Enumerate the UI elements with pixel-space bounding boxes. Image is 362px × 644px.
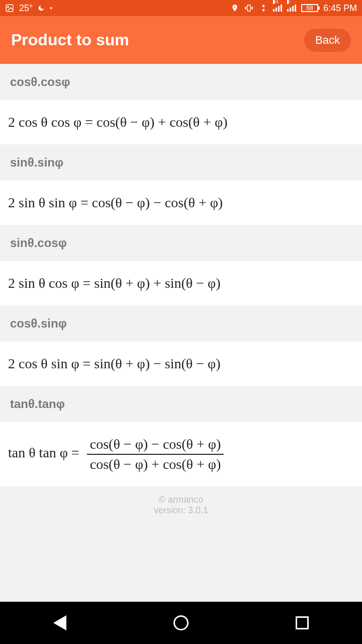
footer: © armanco version: 3.0.1: [0, 487, 362, 536]
fraction-numerator: cos(θ − φ) − cos(θ + φ): [87, 436, 224, 455]
wifi-dir-icon: [259, 4, 268, 13]
status-left: 25° •: [5, 3, 52, 14]
section-label: cosθ.cosφ: [0, 64, 362, 100]
formula-sinsin: 2 sin θ sin φ = cos(θ − φ) − cos(θ + φ): [0, 181, 362, 225]
formula-text: 2 sin θ cos φ = sin(θ + φ) + sin(θ − φ): [8, 275, 221, 291]
clock: 6:45 PM: [323, 3, 357, 14]
svg-rect-2: [247, 5, 250, 11]
location-icon: [231, 4, 239, 12]
formula-sincos: 2 sin θ cos φ = sin(θ + φ) + sin(θ − φ): [0, 261, 362, 305]
triangle-icon: [53, 615, 66, 630]
nav-recent-button[interactable]: [296, 616, 309, 629]
formula-coscos: 2 cos θ cos φ = cos(θ − φ) + cos(θ + φ): [0, 100, 362, 144]
screen: 25° • 3G G 68: [0, 0, 362, 644]
signal1-icon: 3G: [273, 5, 282, 12]
nav-back-button[interactable]: [53, 615, 66, 630]
back-button[interactable]: Back: [304, 29, 351, 52]
formula-text: 2 cos θ cos φ = cos(θ − φ) + cos(θ + φ): [8, 114, 227, 130]
status-bar: 25° • 3G G 68: [0, 0, 362, 16]
fraction-denominator: cos(θ − φ) + cos(θ + φ): [87, 455, 224, 472]
section-label: cosθ.sinφ: [0, 305, 362, 342]
formula-text: 2 sin θ sin φ = cos(θ − φ) − cos(θ + φ): [8, 195, 223, 210]
circle-icon: [173, 615, 189, 630]
formula-cossin: 2 cos θ sin φ = sin(θ + φ) − sin(θ − φ): [0, 342, 362, 386]
section-label: sinθ.sinφ: [0, 144, 362, 181]
section-label: sinθ.cosφ: [0, 225, 362, 261]
signal2-icon: G: [287, 5, 296, 12]
battery-level: 68: [306, 5, 313, 12]
content-scroll[interactable]: cosθ.cosφ 2 cos θ cos φ = cos(θ − φ) + c…: [0, 64, 362, 602]
svg-rect-0: [6, 5, 13, 12]
footer-copyright: © armanco: [0, 495, 362, 505]
square-icon: [296, 616, 309, 629]
dot-icon: •: [50, 4, 52, 12]
battery-icon: 68: [301, 4, 318, 12]
formula-tantan: tan θ tan φ = cos(θ − φ) − cos(θ + φ) co…: [0, 422, 362, 487]
formula-text: 2 cos θ sin φ = sin(θ + φ) − sin(θ − φ): [8, 356, 221, 371]
footer-version: version: 3.0.1: [0, 505, 362, 516]
moon-icon: [38, 5, 45, 12]
svg-point-1: [8, 7, 9, 8]
page-title: Product to sum: [11, 31, 129, 49]
image-icon: [5, 4, 14, 13]
fraction: cos(θ − φ) − cos(θ + φ) cos(θ − φ) + cos…: [87, 436, 224, 472]
vibrate-icon: [244, 4, 254, 13]
nav-bar: [0, 602, 362, 644]
nav-home-button[interactable]: [173, 615, 189, 630]
app-bar: Product to sum Back: [0, 16, 362, 64]
temperature: 25°: [19, 3, 33, 14]
formula-lhs: tan θ tan φ =: [8, 445, 79, 460]
status-right: 3G G 68 6:45 PM: [231, 3, 357, 14]
section-label: tanθ.tanφ: [0, 386, 362, 422]
